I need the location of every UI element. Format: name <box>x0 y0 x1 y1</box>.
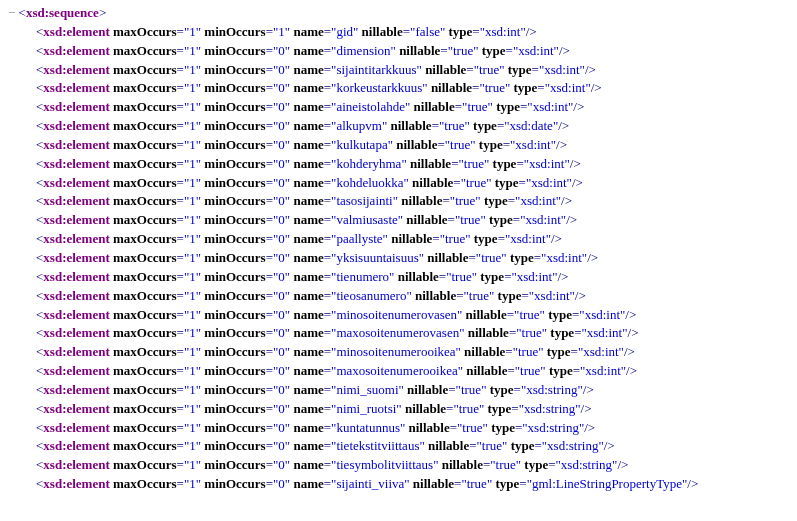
val-minOccurs: "0" <box>273 43 290 58</box>
val-name: "kulkutapa" <box>331 137 393 152</box>
val-type: "xsd:string" <box>521 382 583 397</box>
val-type: "xsd:int" <box>524 156 570 171</box>
xsd-element-line: <xsd:element maxOccurs="1" minOccurs="0"… <box>8 324 789 343</box>
xsd-element-line: <xsd:element maxOccurs="1" minOccurs="0"… <box>8 437 789 456</box>
val-minOccurs: "0" <box>273 344 290 359</box>
val-nillable: "true" <box>446 269 477 284</box>
val-maxOccurs: "1" <box>184 382 201 397</box>
attr-minOccurs: minOccurs <box>204 118 265 133</box>
val-name: "minosoitenumerooikea" <box>331 344 461 359</box>
attr-minOccurs: minOccurs <box>204 420 265 435</box>
attr-type: type <box>511 438 535 453</box>
val-minOccurs: "0" <box>273 231 290 246</box>
val-name: "alkupvm" <box>331 118 387 133</box>
val-maxOccurs: "1" <box>184 156 201 171</box>
attr-nillable: nillable <box>406 212 447 227</box>
child-tag-name: xsd:element <box>43 325 109 340</box>
attr-type: type <box>514 80 538 95</box>
attr-name: name <box>293 288 323 303</box>
attr-maxOccurs: maxOccurs <box>113 438 177 453</box>
val-type: "xsd:int" <box>513 43 559 58</box>
child-tag-name: xsd:element <box>43 307 109 322</box>
collapse-toggle-icon[interactable]: − <box>8 5 15 20</box>
attr-nillable: nillable <box>413 476 454 491</box>
val-type: "xsd:int" <box>529 288 575 303</box>
val-name: "tiesymbolitviittaus" <box>331 457 438 472</box>
val-name: "kohdeluokka" <box>331 175 409 190</box>
val-name: "kuntatunnus" <box>331 420 405 435</box>
attr-name: name <box>293 438 323 453</box>
val-name: "tieosanumero" <box>331 288 412 303</box>
child-tag-name: xsd:element <box>43 438 109 453</box>
val-nillable: "true" <box>461 476 492 491</box>
val-maxOccurs: "1" <box>184 175 201 190</box>
val-nillable: "true" <box>448 43 479 58</box>
attr-name: name <box>293 62 323 77</box>
xsd-element-line: <xsd:element maxOccurs="1" minOccurs="0"… <box>8 155 789 174</box>
attr-minOccurs: minOccurs <box>204 344 265 359</box>
attr-maxOccurs: maxOccurs <box>113 476 177 491</box>
val-nillable: "true" <box>474 62 505 77</box>
child-tag-name: xsd:element <box>43 363 109 378</box>
val-name: "minosoitenumerovasen" <box>331 307 462 322</box>
val-nillable: "true" <box>464 288 495 303</box>
val-minOccurs: "0" <box>273 288 290 303</box>
attr-minOccurs: minOccurs <box>204 476 265 491</box>
val-type: "xsd:int" <box>510 137 556 152</box>
val-type: "xsd:int" <box>541 250 587 265</box>
attr-minOccurs: minOccurs <box>204 250 265 265</box>
attr-name: name <box>293 401 323 416</box>
val-minOccurs: "0" <box>273 325 290 340</box>
attr-type: type <box>549 363 573 378</box>
attr-name: name <box>293 476 323 491</box>
child-tag-name: xsd:element <box>43 401 109 416</box>
val-maxOccurs: "1" <box>184 212 201 227</box>
attr-maxOccurs: maxOccurs <box>113 231 177 246</box>
child-tag-name: xsd:element <box>43 250 109 265</box>
attr-name: name <box>293 457 323 472</box>
xsd-element-line: <xsd:element maxOccurs="1" minOccurs="0"… <box>8 306 789 325</box>
attr-maxOccurs: maxOccurs <box>113 457 177 472</box>
val-name: "maxosoitenumerovasen" <box>331 325 464 340</box>
attr-type: type <box>496 99 520 114</box>
attr-maxOccurs: maxOccurs <box>113 401 177 416</box>
attr-nillable: nillable <box>396 137 437 152</box>
val-type: "xsd:string" <box>519 401 581 416</box>
attr-minOccurs: minOccurs <box>204 156 265 171</box>
child-tag-name: xsd:element <box>43 344 109 359</box>
attr-name: name <box>293 175 323 190</box>
attr-nillable: nillable <box>407 382 448 397</box>
attr-nillable: nillable <box>442 457 483 472</box>
val-maxOccurs: "1" <box>184 325 201 340</box>
val-maxOccurs: "1" <box>184 344 201 359</box>
val-nillable: "true" <box>515 363 546 378</box>
attr-nillable: nillable <box>468 325 509 340</box>
attr-nillable: nillable <box>431 80 472 95</box>
val-minOccurs: "0" <box>273 80 290 95</box>
attr-name: name <box>293 24 323 39</box>
val-minOccurs: "0" <box>273 307 290 322</box>
val-type: "xsd:int" <box>580 363 626 378</box>
attr-maxOccurs: maxOccurs <box>113 307 177 322</box>
child-tag-name: xsd:element <box>43 156 109 171</box>
child-tag-name: xsd:element <box>43 420 109 435</box>
attr-minOccurs: minOccurs <box>204 231 265 246</box>
child-tag-name: xsd:element <box>43 80 109 95</box>
attr-minOccurs: minOccurs <box>204 457 265 472</box>
child-tag-name: xsd:element <box>43 99 109 114</box>
attr-type: type <box>449 24 473 39</box>
xsd-element-line: <xsd:element maxOccurs="1" minOccurs="0"… <box>8 174 789 193</box>
val-type: "xsd:date" <box>504 118 558 133</box>
val-maxOccurs: "1" <box>184 24 201 39</box>
val-maxOccurs: "1" <box>184 231 201 246</box>
child-tag-name: xsd:element <box>43 43 109 58</box>
attr-minOccurs: minOccurs <box>204 382 265 397</box>
val-maxOccurs: "1" <box>184 193 201 208</box>
val-name: "tienumero" <box>331 269 394 284</box>
val-maxOccurs: "1" <box>184 62 201 77</box>
child-tag-name: xsd:element <box>43 231 109 246</box>
attr-maxOccurs: maxOccurs <box>113 118 177 133</box>
attr-nillable: nillable <box>428 438 469 453</box>
val-nillable: "true" <box>440 231 471 246</box>
child-tag-name: xsd:element <box>43 175 109 190</box>
